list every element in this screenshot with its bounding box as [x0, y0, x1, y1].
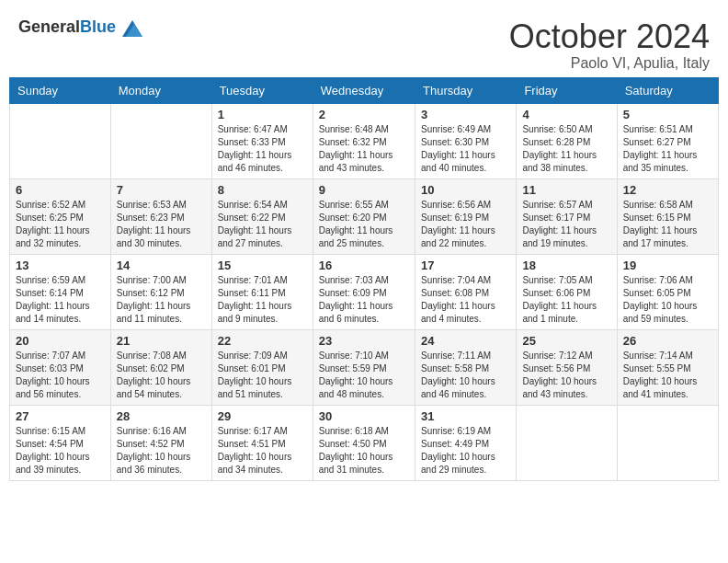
day-info-text: Daylight: 10 hours and 39 minutes. — [16, 451, 105, 477]
day-number: 2 — [319, 108, 409, 121]
day-info-text: Daylight: 10 hours and 36 minutes. — [117, 451, 206, 477]
day-number: 26 — [623, 334, 712, 348]
day-info-text: Daylight: 11 hours and 40 minutes. — [421, 149, 510, 175]
day-number: 13 — [16, 259, 105, 272]
day-info-text: Sunrise: 7:06 AM — [623, 274, 712, 287]
day-cell: 17Sunrise: 7:04 AMSunset: 6:08 PMDayligh… — [415, 254, 517, 329]
day-info-text: Sunset: 6:22 PM — [218, 212, 307, 224]
location-title: Paolo VI, Apulia, Italy — [509, 55, 710, 72]
day-info-text: Daylight: 10 hours and 46 minutes. — [421, 375, 510, 401]
day-cell: 12Sunrise: 6:58 AMSunset: 6:15 PMDayligh… — [617, 178, 718, 254]
day-number: 11 — [522, 183, 610, 197]
week-row-3: 13Sunrise: 6:59 AMSunset: 6:14 PMDayligh… — [10, 254, 719, 329]
day-info-text: Sunset: 6:23 PM — [117, 212, 206, 224]
day-info-text: Sunrise: 6:18 AM — [319, 425, 409, 438]
day-info-text: Sunset: 6:03 PM — [16, 362, 105, 375]
day-cell: 19Sunrise: 7:06 AMSunset: 6:05 PMDayligh… — [617, 254, 718, 329]
day-info-text: Sunrise: 7:07 AM — [16, 350, 105, 362]
month-title: October 2024 — [509, 18, 710, 55]
day-number: 21 — [117, 334, 206, 348]
day-info-text: Sunset: 6:05 PM — [623, 287, 712, 300]
day-info-text: Sunset: 4:49 PM — [421, 438, 510, 451]
day-info-text: Sunrise: 7:10 AM — [319, 350, 409, 362]
day-cell: 3Sunrise: 6:49 AMSunset: 6:30 PMDaylight… — [415, 103, 517, 178]
day-info-text: Sunset: 6:30 PM — [421, 136, 510, 149]
day-info-text: Daylight: 11 hours and 14 minutes. — [16, 300, 105, 326]
day-cell: 13Sunrise: 6:59 AMSunset: 6:14 PMDayligh… — [10, 254, 111, 329]
day-cell: 28Sunrise: 6:16 AMSunset: 4:52 PMDayligh… — [110, 405, 211, 480]
day-info-text: Sunrise: 7:09 AM — [218, 350, 307, 362]
week-row-5: 27Sunrise: 6:15 AMSunset: 4:54 PMDayligh… — [10, 405, 719, 480]
day-info-text: Sunrise: 6:52 AM — [16, 199, 105, 212]
day-number: 3 — [421, 108, 510, 121]
day-info-text: Sunrise: 6:17 AM — [218, 425, 307, 438]
day-cell: 2Sunrise: 6:48 AMSunset: 6:32 PMDaylight… — [313, 103, 415, 178]
day-cell: 18Sunrise: 7:05 AMSunset: 6:06 PMDayligh… — [517, 254, 617, 329]
day-info-text: Daylight: 11 hours and 6 minutes. — [319, 300, 409, 326]
day-number: 22 — [218, 334, 307, 348]
day-info-text: Daylight: 11 hours and 38 minutes. — [522, 149, 610, 175]
day-cell: 31Sunrise: 6:19 AMSunset: 4:49 PMDayligh… — [415, 405, 517, 480]
logo-general-text: General — [18, 17, 80, 36]
day-cell: 25Sunrise: 7:12 AMSunset: 5:56 PMDayligh… — [517, 329, 617, 405]
day-info-text: Sunrise: 6:55 AM — [319, 199, 409, 212]
day-info-text: Daylight: 11 hours and 22 minutes. — [421, 224, 510, 250]
day-number: 10 — [421, 183, 510, 197]
day-info-text: Sunset: 6:15 PM — [623, 212, 712, 224]
day-info-text: Sunset: 6:06 PM — [522, 287, 610, 300]
day-info-text: Daylight: 10 hours and 54 minutes. — [117, 375, 206, 401]
day-info-text: Sunset: 6:02 PM — [117, 362, 206, 375]
day-info-text: Sunrise: 6:59 AM — [16, 274, 105, 287]
day-info-text: Sunset: 4:51 PM — [218, 438, 307, 451]
day-info-text: Sunset: 6:19 PM — [421, 212, 510, 224]
day-info-text: Sunset: 6:25 PM — [16, 212, 105, 224]
day-number: 1 — [218, 108, 307, 121]
logo: GeneralBlue — [18, 18, 142, 37]
title-section: October 2024 Paolo VI, Apulia, Italy — [509, 18, 710, 72]
day-cell: 21Sunrise: 7:08 AMSunset: 6:02 PMDayligh… — [110, 329, 211, 405]
day-cell: 4Sunrise: 6:50 AMSunset: 6:28 PMDaylight… — [517, 103, 617, 178]
day-number: 5 — [623, 108, 712, 121]
weekday-header-monday: Monday — [110, 77, 211, 103]
day-number: 25 — [522, 334, 610, 348]
day-info-text: Sunrise: 7:08 AM — [117, 350, 206, 362]
day-cell: 22Sunrise: 7:09 AMSunset: 6:01 PMDayligh… — [211, 329, 313, 405]
day-info-text: Sunset: 4:54 PM — [16, 438, 105, 451]
day-info-text: Sunrise: 6:50 AM — [522, 123, 610, 136]
day-cell: 30Sunrise: 6:18 AMSunset: 4:50 PMDayligh… — [313, 405, 415, 480]
day-cell: 11Sunrise: 6:57 AMSunset: 6:17 PMDayligh… — [517, 178, 617, 254]
day-cell: 8Sunrise: 6:54 AMSunset: 6:22 PMDaylight… — [211, 178, 313, 254]
day-number: 7 — [117, 183, 206, 197]
weekday-header-thursday: Thursday — [415, 77, 517, 103]
weekday-header-wednesday: Wednesday — [313, 77, 415, 103]
day-number: 23 — [319, 334, 409, 348]
day-info-text: Sunrise: 7:04 AM — [421, 274, 510, 287]
day-info-text: Sunrise: 7:03 AM — [319, 274, 409, 287]
day-info-text: Sunrise: 7:11 AM — [421, 350, 510, 362]
day-info-text: Sunrise: 6:19 AM — [421, 425, 510, 438]
day-info-text: Daylight: 10 hours and 51 minutes. — [218, 375, 307, 401]
day-info-text: Sunrise: 7:12 AM — [522, 350, 610, 362]
day-info-text: Sunset: 5:59 PM — [319, 362, 409, 375]
day-info-text: Sunrise: 6:54 AM — [218, 199, 307, 212]
day-info-text: Daylight: 11 hours and 17 minutes. — [623, 224, 712, 250]
day-info-text: Sunset: 5:55 PM — [623, 362, 712, 375]
day-number: 20 — [16, 334, 105, 348]
day-info-text: Sunset: 6:27 PM — [623, 136, 712, 149]
day-cell: 27Sunrise: 6:15 AMSunset: 4:54 PMDayligh… — [10, 405, 111, 480]
day-number: 8 — [218, 183, 307, 197]
day-number: 17 — [421, 259, 510, 272]
page-header: GeneralBlue October 2024 Paolo VI, Apuli… — [9, 9, 719, 77]
day-cell: 16Sunrise: 7:03 AMSunset: 6:09 PMDayligh… — [313, 254, 415, 329]
day-info-text: Sunrise: 6:48 AM — [319, 123, 409, 136]
day-info-text: Sunrise: 6:58 AM — [623, 199, 712, 212]
day-cell: 6Sunrise: 6:52 AMSunset: 6:25 PMDaylight… — [10, 178, 111, 254]
day-cell: 10Sunrise: 6:56 AMSunset: 6:19 PMDayligh… — [415, 178, 517, 254]
day-info-text: Sunset: 6:14 PM — [16, 287, 105, 300]
day-info-text: Daylight: 11 hours and 30 minutes. — [117, 224, 206, 250]
day-info-text: Daylight: 10 hours and 34 minutes. — [218, 451, 307, 477]
day-info-text: Daylight: 11 hours and 19 minutes. — [522, 224, 610, 250]
day-info-text: Sunrise: 6:53 AM — [117, 199, 206, 212]
day-info-text: Sunrise: 6:16 AM — [117, 425, 206, 438]
day-info-text: Sunset: 6:08 PM — [421, 287, 510, 300]
